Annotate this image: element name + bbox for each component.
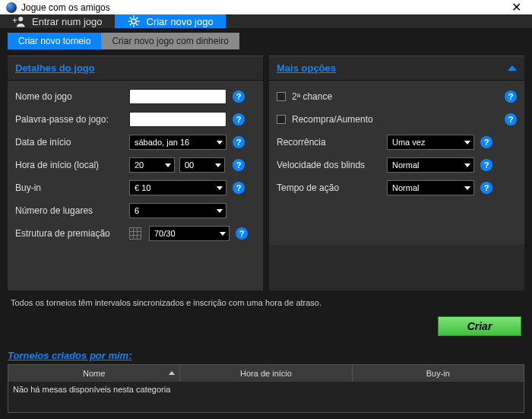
start-date-label: Data de início [15, 137, 129, 148]
create-button[interactable]: Criar [438, 316, 521, 336]
start-minute-select[interactable]: 00 [179, 157, 225, 173]
payout-select[interactable]: 70/30 [149, 226, 230, 241]
my-tournaments-title: Torneios criados por mim: [8, 347, 524, 364]
create-game-label: Criar novo jogo [147, 16, 214, 27]
my-tournaments-section: Torneios criados por mim: Nome Hora de i… [0, 344, 532, 419]
blind-speed-select[interactable]: Normal [387, 157, 474, 173]
sort-asc-icon [169, 371, 175, 375]
my-tournaments-table: Nome Hora de início Buy-in Não há mesas … [8, 364, 524, 413]
help-icon[interactable]: ? [233, 182, 245, 194]
app-window: Jogue com os amigos ✕ + Entrar num jogo … [0, 0, 532, 419]
buyin-label: Buy-in [15, 183, 129, 193]
content-area: Detalhes do jogo Nome do jogo ? Palavra-… [0, 49, 532, 294]
svg-line-10 [136, 17, 138, 19]
sub-tabs: Criar novo torneio Criar novo jogo com d… [0, 33, 532, 49]
blind-speed-label: Velocidade dos blinds [277, 160, 387, 170]
col-name[interactable]: Nome [8, 365, 180, 382]
app-icon [6, 2, 17, 13]
help-icon[interactable]: ? [480, 159, 492, 171]
svg-point-1 [18, 17, 23, 21]
window-title: Jogue com os amigos [21, 2, 110, 13]
footer-note: Todos os torneios têm intervalos sincron… [0, 294, 532, 312]
password-input[interactable] [129, 112, 226, 127]
main-toolbar: + Entrar num jogo Criar novo jogo [0, 14, 532, 28]
help-icon[interactable]: ? [505, 113, 517, 125]
svg-text:+: + [12, 15, 17, 26]
game-details-panel: Detalhes do jogo Nome do jogo ? Palavra-… [8, 56, 263, 290]
game-details-title: Detalhes do jogo [15, 62, 95, 74]
help-icon[interactable]: ? [233, 113, 245, 125]
titlebar: Jogue com os amigos ✕ [0, 0, 532, 14]
game-name-input[interactable] [129, 89, 226, 104]
action-time-select[interactable]: Normal [387, 180, 474, 195]
payout-label: Estrutura de premiação [15, 228, 129, 239]
grid-icon[interactable] [129, 227, 141, 240]
svg-point-2 [131, 19, 136, 24]
tab-new-cash-game[interactable]: Criar novo jogo com dinheiro [101, 33, 239, 49]
buyin-select[interactable]: € 10 [129, 180, 226, 195]
help-icon[interactable]: ? [505, 90, 517, 103]
password-label: Palavra-passe do jogo: [15, 114, 129, 125]
recurrence-label: Recorrência [277, 137, 387, 148]
help-icon[interactable]: ? [233, 90, 245, 103]
help-icon[interactable]: ? [233, 159, 245, 171]
close-button[interactable]: ✕ [507, 0, 526, 14]
game-name-label: Nome do jogo [15, 91, 129, 102]
action-time-label: Tempo de ação [277, 183, 387, 193]
help-icon[interactable]: ? [480, 136, 492, 148]
join-game-button[interactable]: + Entrar num jogo [0, 14, 115, 28]
help-icon[interactable]: ? [236, 227, 248, 240]
col-start-time[interactable]: Hora de início [180, 365, 352, 382]
rebuy-checkbox[interactable] [277, 115, 286, 124]
rebuy-label: Recompra/Aumento [292, 114, 499, 125]
seats-label: Número de lugares [15, 205, 129, 216]
gear-icon [127, 14, 141, 28]
svg-line-8 [136, 24, 138, 25]
start-date-select[interactable]: sábado, jan 16 [129, 135, 226, 150]
create-game-button[interactable]: Criar novo jogo [115, 14, 226, 28]
seats-select[interactable]: 6 [129, 203, 226, 218]
start-time-label: Hora de início (local) [15, 160, 129, 170]
second-chance-label: 2ª chance [292, 91, 499, 102]
recurrence-select[interactable]: Uma vez [387, 135, 474, 150]
help-icon[interactable]: ? [233, 136, 245, 148]
join-game-label: Entrar num jogo [32, 16, 103, 27]
more-options-panel: Mais opções 2ª chance ? Recompra/Aumento… [269, 56, 524, 290]
col-buyin[interactable]: Buy-in [353, 365, 524, 382]
start-hour-select[interactable]: 20 [129, 157, 175, 173]
collapse-icon[interactable] [508, 65, 517, 71]
tab-new-tournament[interactable]: Criar novo torneio [8, 33, 101, 49]
table-empty-message: Não há mesas disponíveis nesta categoria [8, 382, 524, 412]
more-options-title: Mais opções [277, 62, 336, 74]
svg-line-9 [129, 24, 131, 25]
person-plus-icon: + [12, 14, 26, 28]
help-icon[interactable]: ? [480, 182, 492, 194]
second-chance-checkbox[interactable] [277, 92, 286, 101]
svg-line-7 [129, 17, 131, 19]
action-bar: Criar [0, 312, 532, 344]
